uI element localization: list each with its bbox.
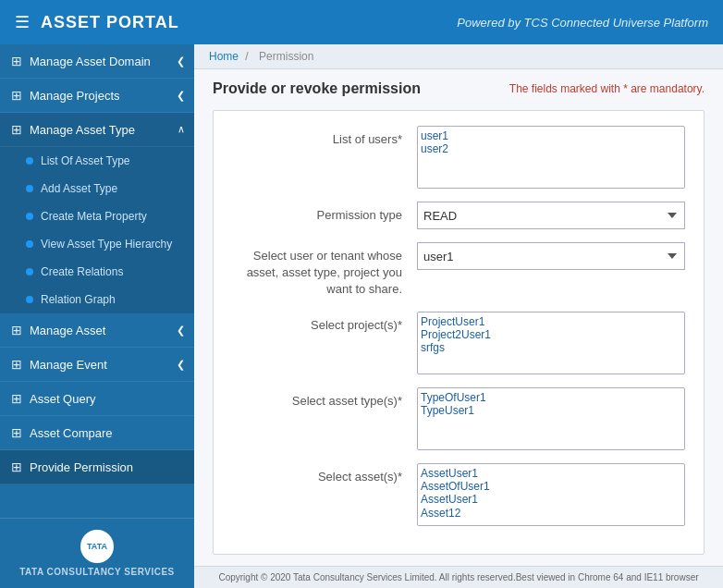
buttons-center: Revoke permission Grant permission <box>213 555 705 566</box>
select-user-tenant-row: Select user or tenant whose asset, asset… <box>232 242 685 299</box>
sidebar-item-asset-compare[interactable]: ⊞ Asset Compare <box>0 416 194 450</box>
subitem-label-create-relations: Create Relations <box>41 265 123 278</box>
content-area: Home / Permission Provide or revoke perm… <box>194 44 723 588</box>
sidebar-arrow-manage-event: ❮ <box>177 359 185 371</box>
sidebar-label-asset-query: Asset Query <box>30 392 96 406</box>
list-item[interactable]: srfgs <box>421 341 681 354</box>
sidebar-item-manage-asset[interactable]: ⊞ Manage Asset ❮ <box>0 313 194 348</box>
app-title: ASSET PORTAL <box>41 13 179 32</box>
list-item[interactable]: AssetUser1 <box>421 493 681 506</box>
sidebar-label-asset-compare: Asset Compare <box>30 426 113 440</box>
mandatory-note: The fields marked with * are mandatory. <box>509 82 705 95</box>
sidebar-arrow-manage-asset-type: ∨ <box>178 124 185 136</box>
sidebar-label-provide-permission: Provide Permission <box>30 460 133 474</box>
grid-icon-provide-permission: ⊞ <box>11 459 22 474</box>
list-of-users-row: List of users* user1 user2 <box>232 126 685 189</box>
permission-type-select[interactable]: READ WRITE <box>417 202 685 229</box>
sidebar-item-provide-permission[interactable]: ⊞ Provide Permission <box>0 450 194 484</box>
dot-icon <box>26 268 33 276</box>
footer-text: Copyright © 2020 Tata Consultancy Servic… <box>218 572 698 582</box>
dot-icon <box>26 157 33 165</box>
tcs-logo-text: TATA <box>87 543 107 551</box>
list-of-users-select[interactable]: user1 user2 <box>417 126 685 189</box>
permission-type-label: Permission type <box>232 202 417 224</box>
select-projects-label: Select project(s)* <box>232 312 417 334</box>
list-item[interactable]: Asset12 <box>421 507 681 520</box>
dot-icon <box>26 296 33 303</box>
dot-icon <box>26 213 33 220</box>
list-item[interactable]: ProjectUser1 <box>421 315 681 328</box>
main-layout: ⊞ Manage Asset Domain ❮ ⊞ Manage Project… <box>0 44 723 588</box>
header: ☰ ASSET PORTAL Powered by TCS Connected … <box>0 0 723 44</box>
subitem-label-view-asset-type-hierarchy: View Asset Type Hierarchy <box>41 238 172 251</box>
sidebar-item-manage-asset-domain[interactable]: ⊞ Manage Asset Domain ❮ <box>0 44 194 79</box>
select-assets-select[interactable]: AssetUser1 AssetOfUser1 AssetUser1 Asset… <box>417 463 685 526</box>
select-assets-label: Select asset(s)* <box>232 463 417 485</box>
breadcrumb: Home / Permission <box>194 44 723 69</box>
list-item[interactable]: AssetOfUser1 <box>421 480 681 493</box>
select-projects-select[interactable]: ProjectUser1 Project2User1 srfgs <box>417 312 685 374</box>
sidebar: ⊞ Manage Asset Domain ❮ ⊞ Manage Project… <box>0 44 194 588</box>
grid-icon-asset-compare: ⊞ <box>11 425 22 440</box>
sidebar-subitem-list-of-asset-type[interactable]: List Of Asset Type <box>0 147 194 175</box>
form-title: Provide or revoke permission <box>213 80 421 97</box>
select-assets-control: AssetUser1 AssetOfUser1 AssetUser1 Asset… <box>417 463 685 526</box>
select-projects-control: ProjectUser1 Project2User1 srfgs <box>417 312 685 374</box>
sidebar-item-manage-asset-type[interactable]: ⊞ Manage Asset Type ∨ <box>0 113 194 147</box>
sidebar-subitem-add-asset-type[interactable]: Add Asset Type <box>0 175 194 202</box>
sidebar-item-manage-event[interactable]: ⊞ Manage Event ❮ <box>0 348 194 382</box>
list-item[interactable]: TypeUser1 <box>421 404 681 417</box>
header-subtitle: Powered by TCS Connected Universe Platfo… <box>457 16 708 30</box>
sidebar-subitem-create-relations[interactable]: Create Relations <box>0 258 194 286</box>
page-footer: Copyright © 2020 Tata Consultancy Servic… <box>194 566 723 588</box>
grid-icon-manage-event: ⊞ <box>11 357 22 372</box>
list-of-users-control: user1 user2 <box>417 126 685 189</box>
permission-type-row: Permission type READ WRITE <box>232 202 685 229</box>
subitem-label-list-of-asset-type: List Of Asset Type <box>41 154 130 167</box>
grid-icon-manage-asset-type: ⊞ <box>11 122 22 137</box>
sidebar-label-manage-event: Manage Event <box>30 358 107 372</box>
list-item[interactable]: AssetUser1 <box>421 467 681 480</box>
sidebar-arrow-manage-asset: ❮ <box>177 325 185 337</box>
list-item[interactable]: user2 <box>421 142 681 155</box>
sidebar-label-manage-asset-domain: Manage Asset Domain <box>30 55 151 68</box>
dot-icon <box>26 240 33 248</box>
grid-icon-manage-projects: ⊞ <box>11 88 22 103</box>
select-asset-types-row: Select asset type(s)* TypeOfUser1 TypeUs… <box>232 387 685 450</box>
grid-icon-asset-query: ⊞ <box>11 391 22 406</box>
breadcrumb-current: Permission <box>259 50 313 63</box>
sidebar-footer: TATA TATA CONSULTANCY SERVICES <box>0 518 194 588</box>
list-item[interactable]: Project2User1 <box>421 328 681 341</box>
select-user-tenant-select[interactable]: user1 user2 <box>417 242 685 270</box>
permission-type-control: READ WRITE <box>417 202 685 229</box>
select-asset-types-label: Select asset type(s)* <box>232 387 417 410</box>
list-item[interactable]: user1 <box>421 129 681 142</box>
grid-icon-manage-asset-domain: ⊞ <box>11 54 22 68</box>
sidebar-subitem-view-asset-type-hierarchy[interactable]: View Asset Type Hierarchy <box>0 230 194 258</box>
form-container: Provide or revoke permission The fields … <box>194 69 723 566</box>
select-assets-row: Select asset(s)* AssetUser1 AssetOfUser1… <box>232 463 685 526</box>
select-user-tenant-label: Select user or tenant whose asset, asset… <box>232 242 417 299</box>
sidebar-subitems: List Of Asset Type Add Asset Type Create… <box>0 147 194 313</box>
subitem-label-create-meta-property: Create Meta Property <box>41 210 147 223</box>
list-item[interactable]: TypeOfUser1 <box>421 391 681 404</box>
sidebar-arrow-manage-asset-domain: ❮ <box>177 55 185 67</box>
sidebar-label-manage-projects: Manage Projects <box>30 89 120 103</box>
sidebar-label-manage-asset: Manage Asset <box>30 324 105 337</box>
sidebar-arrow-manage-projects: ❮ <box>177 90 185 102</box>
breadcrumb-separator: / <box>245 50 248 63</box>
form-header: Provide or revoke permission The fields … <box>213 80 705 97</box>
select-user-tenant-control: user1 user2 <box>417 242 685 270</box>
sidebar-item-asset-query[interactable]: ⊞ Asset Query <box>0 382 194 416</box>
menu-icon[interactable]: ☰ <box>15 12 30 32</box>
form-card: List of users* user1 user2 Permission ty… <box>213 110 705 555</box>
grid-icon-manage-asset: ⊞ <box>11 323 22 337</box>
sidebar-label-manage-asset-type: Manage Asset Type <box>30 123 135 137</box>
sidebar-item-manage-projects[interactable]: ⊞ Manage Projects ❮ <box>0 79 194 113</box>
dot-icon <box>26 185 33 192</box>
select-asset-types-select[interactable]: TypeOfUser1 TypeUser1 <box>417 387 685 450</box>
breadcrumb-home[interactable]: Home <box>209 50 239 63</box>
sidebar-subitem-relation-graph[interactable]: Relation Graph <box>0 286 194 313</box>
sidebar-subitem-create-meta-property[interactable]: Create Meta Property <box>0 202 194 230</box>
tcs-logo: TATA <box>80 530 114 563</box>
